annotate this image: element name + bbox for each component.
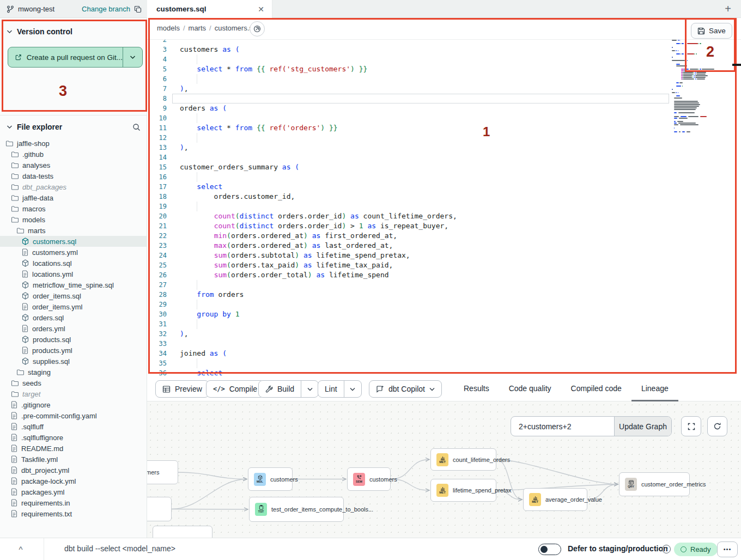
editor-tab-customers-sql[interactable]: customers.sql ✕: [147, 0, 272, 18]
build-options-caret[interactable]: [301, 381, 318, 397]
tab-results[interactable]: Results: [454, 377, 499, 401]
tree-item-jaffle-data[interactable]: jaffle-data: [0, 192, 147, 203]
tab-compiled-code[interactable]: Compiled code: [561, 377, 631, 401]
code-line-7: 7),: [147, 84, 741, 94]
tree-item-analyses[interactable]: analyses: [0, 160, 147, 171]
lineage-node-sem_customers[interactable]: SEMcustomers: [347, 467, 391, 491]
tree-item-requirements-in[interactable]: requirements.in: [0, 497, 147, 508]
new-tab-button[interactable]: +: [721, 2, 734, 15]
tree-item-order-items-yml[interactable]: order_items.yml: [0, 301, 147, 312]
tree-item--sqlfluffignore[interactable]: .sqlfluffignore: [0, 432, 147, 443]
build-button[interactable]: Build: [258, 380, 319, 398]
tree-item-readme-md[interactable]: README.md: [0, 443, 147, 454]
preview-button[interactable]: Preview: [155, 380, 209, 398]
defer-toggle[interactable]: [538, 544, 561, 555]
lineage-node-qry_metrics[interactable]: QRYcustomer_order_metrics: [619, 472, 690, 496]
tree-item--github[interactable]: .github: [0, 149, 147, 160]
copilot-badge-icon[interactable]: [250, 21, 265, 36]
save-button[interactable]: Save: [691, 23, 732, 39]
tree-item-products-sql[interactable]: products.sql: [0, 334, 147, 345]
version-control-header[interactable]: Version control: [0, 25, 147, 38]
code-line-15: 15customer_orders_summary as (: [147, 162, 741, 172]
pull-request-options-caret[interactable]: [123, 47, 142, 67]
breadcrumb-models: models: [157, 24, 180, 32]
tree-item-target[interactable]: target: [0, 388, 147, 399]
create-pull-request-button[interactable]: Create a pull request on Git...: [8, 47, 143, 68]
tree-item-products-yml[interactable]: products.yml: [0, 345, 147, 356]
tree-item--sqlfluff[interactable]: .sqlfluff: [0, 421, 147, 432]
expand-console-caret[interactable]: ^: [14, 543, 27, 556]
model-cube-icon: [22, 292, 29, 300]
copy-icon[interactable]: [134, 5, 142, 13]
tree-item--gitignore[interactable]: .gitignore: [0, 399, 147, 410]
tree-item-models[interactable]: models: [0, 214, 147, 225]
help-icon[interactable]: ?: [662, 545, 671, 553]
code-line-4: 4: [147, 54, 741, 64]
tree-item-customers-yml[interactable]: customers.yml: [0, 247, 147, 258]
lint-button[interactable]: Lint: [318, 380, 362, 398]
tree-item-data-tests[interactable]: data-tests: [0, 171, 147, 181]
tree-item-taskfile-yml[interactable]: Taskfile.yml: [0, 454, 147, 465]
lineage-node-met_avg[interactable]: METaverage_order_value: [523, 488, 587, 511]
code-line-33: 33: [147, 339, 741, 349]
model-cube-icon: [22, 357, 29, 365]
code-line-29: 29: [147, 300, 741, 309]
tab-code-quality[interactable]: Code quality: [499, 377, 561, 401]
copilot-caret-icon: [429, 387, 435, 391]
tree-item-requirements-txt[interactable]: requirements.txt: [0, 508, 147, 519]
update-graph-button[interactable]: Update Graph: [614, 417, 671, 436]
file-explorer-header[interactable]: File explorer: [0, 120, 147, 133]
overflow-menu-button[interactable]: •••: [717, 541, 738, 557]
code-line-34: 34joined as (: [147, 349, 741, 358]
lineage-node-stg_customers[interactable]: stg_customers: [147, 460, 178, 484]
fullscreen-button[interactable]: [681, 416, 701, 436]
tree-item-seeds[interactable]: seeds: [0, 378, 147, 388]
change-branch-link[interactable]: Change branch: [82, 5, 130, 13]
compile-button[interactable]: </> Compile: [206, 380, 264, 398]
tree-item-jaffle-shop[interactable]: jaffle-shop: [0, 138, 147, 149]
ready-ring-icon: [681, 546, 687, 552]
tab-close-icon[interactable]: ✕: [258, 5, 264, 13]
tree-item-locations-sql[interactable]: locations.sql: [0, 258, 147, 269]
tree-item-dbt-project-yml[interactable]: dbt_project.yml: [0, 465, 147, 476]
tree-item-staging[interactable]: staging: [0, 367, 147, 378]
tree-item-packages-yml[interactable]: packages.yml: [0, 486, 147, 497]
code-line-9: 9orders as (: [147, 104, 741, 113]
lineage-node-orders_src[interactable]: orders: [147, 497, 172, 521]
refresh-button[interactable]: [707, 416, 727, 436]
tree-item-macros[interactable]: macros: [0, 203, 147, 214]
lineage-node-met_lifetime[interactable]: METlifetime_spend_pretax: [430, 479, 496, 502]
code-line-5: 5 select * from {{ ref('stg_customers') …: [147, 64, 741, 74]
tree-item-metricflow-time-spine-sql[interactable]: metricflow_time_spine.sql: [0, 279, 147, 290]
breadcrumb-marts: marts: [189, 24, 206, 32]
tree-item-orders-yml[interactable]: orders.yml: [0, 323, 147, 334]
tree-item-customers-sql[interactable]: customers.sql: [0, 236, 147, 247]
code-line-14: 14: [147, 153, 741, 162]
tab-lineage[interactable]: Lineage: [631, 377, 678, 401]
lint-options-caret[interactable]: [344, 381, 361, 397]
minimap[interactable]: [672, 38, 720, 163]
tree-item-marts[interactable]: marts: [0, 225, 147, 236]
tree-item-dbt-packages[interactable]: dbt_packages: [0, 181, 147, 192]
tree-item-order-items-sql[interactable]: order_items.sql: [0, 290, 147, 301]
met-node-icon: MET: [436, 453, 448, 466]
lineage-node-tst_order_items[interactable]: TSTtest_order_items_compute_to_bools...: [249, 497, 344, 522]
tree-item-supplies-sql[interactable]: supplies.sql: [0, 356, 147, 367]
dbt-copilot-button[interactable]: dbt Copilot: [369, 380, 442, 398]
sidebar-divider: [0, 115, 147, 115]
folder-icon: [11, 391, 19, 398]
command-input[interactable]: dbt build --select <model_name>: [64, 544, 175, 553]
lineage-node-partial_bottom[interactable]: [153, 526, 212, 538]
search-icon[interactable]: [132, 122, 141, 132]
code-line-19: 19: [147, 202, 741, 211]
tree-item-orders-sql[interactable]: orders.sql: [0, 312, 147, 323]
tree-item-locations-yml[interactable]: locations.yml: [0, 269, 147, 279]
sem-node-icon: SEM: [353, 473, 365, 486]
tree-item-package-lock-yml[interactable]: package-lock.yml: [0, 476, 147, 486]
lineage-node-met_count[interactable]: METcount_lifetime_orders: [430, 448, 496, 471]
qry-node-icon: QRY: [625, 478, 637, 491]
lineage-node-mdl_customers[interactable]: MDLcustomers: [248, 467, 293, 491]
code-editor[interactable]: 23customers as (45 select * from {{ ref(…: [147, 40, 741, 377]
lineage-selector-input[interactable]: 2+customers+2: [511, 417, 614, 436]
tree-item--pre-commit-config-yaml[interactable]: .pre-commit-config.yaml: [0, 410, 147, 421]
